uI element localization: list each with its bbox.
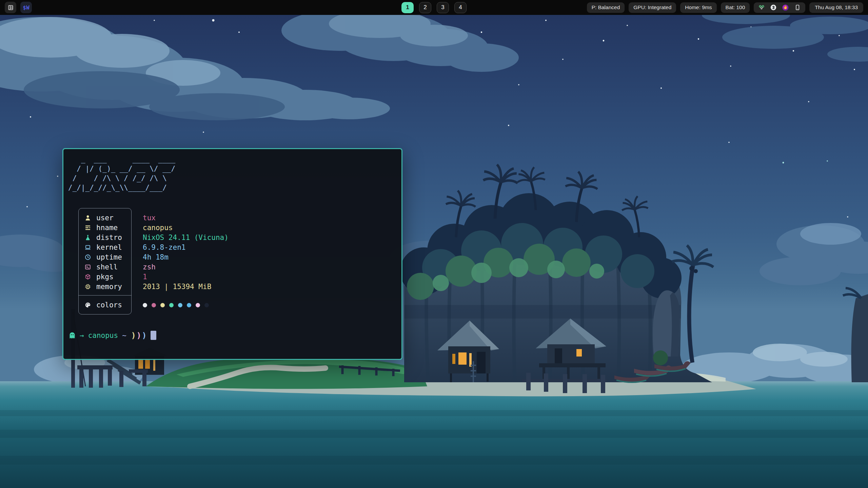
fetch-info: user tux hname canopus distro NixOS 24.1… (78, 208, 316, 314)
fetch-label-frame (78, 208, 132, 314)
color-dot (204, 303, 209, 307)
color-dot (160, 303, 165, 307)
fetch-value-memory: 2013 | 15394 MiB (143, 283, 211, 291)
color-dot (196, 303, 200, 307)
color-dot (187, 303, 191, 307)
scissors-icon[interactable] (758, 4, 765, 11)
prompt-host: canopus (88, 331, 118, 340)
prompt-path: ~ (122, 331, 126, 340)
shell-prompt[interactable]: → canopus ~ ) ) ) (68, 331, 401, 340)
power-profile-module[interactable]: P: Balanced (587, 2, 625, 13)
workspace-button-2[interactable]: 2 (419, 2, 431, 13)
clock-module[interactable]: Thu Aug 08, 18:33 (809, 2, 863, 13)
workspace-switcher: 1 2 3 4 (401, 0, 467, 15)
bar-right: P: Balanced GPU: Integrated Home: 9ms Ba… (587, 0, 863, 15)
workspace-button-4[interactable]: 4 (454, 2, 467, 13)
color-dot (178, 303, 182, 307)
color-dot (143, 303, 147, 307)
prompt-chevron-3: ) (142, 331, 147, 340)
prompt-chevron-1: ) (131, 331, 136, 340)
fetch-value-pkgs: 1 (143, 273, 147, 281)
prompt-chevron-2: ) (137, 331, 141, 340)
flame-icon[interactable] (782, 4, 789, 11)
phone-icon[interactable] (794, 4, 801, 11)
gpu-module[interactable]: GPU: Integrated (629, 2, 676, 13)
apps-grid-icon (7, 4, 14, 11)
ping-module[interactable]: Home: 9ms (680, 2, 716, 13)
workspace-button-3[interactable]: 3 (437, 2, 449, 13)
ghost-icon (68, 331, 76, 340)
apps-grid-button[interactable] (5, 2, 16, 13)
fetch-value-uptime: 4h 18m (143, 253, 169, 261)
fetch-value-hname: canopus (143, 224, 173, 232)
system-tray (754, 2, 805, 13)
bar-left: $W (5, 2, 32, 13)
fetch-value-shell: zsh (143, 263, 156, 271)
ascii-logo: _ ___ ____ ____ / |/ (_)_ __/ __ \/ __/ … (68, 155, 401, 192)
color-dot (152, 303, 156, 307)
fetch-value-user: tux (143, 214, 156, 222)
color-dot (169, 303, 174, 307)
prompt-arrow: → (80, 331, 84, 340)
window-manager-logo-text: $W (23, 4, 29, 11)
battery-module[interactable]: Bat: 100 (721, 2, 750, 13)
workspace-button-1[interactable]: 1 (401, 2, 414, 13)
bluetooth-icon[interactable] (770, 4, 777, 11)
fetch-value-distro: NixOS 24.11 (Vicuna) (143, 233, 229, 242)
top-bar: $W 1 2 3 4 P: Balanced GPU: Integrated H… (0, 0, 868, 15)
terminal-color-dots (143, 303, 209, 307)
fetch-value-kernel: 6.9.8-zen1 (143, 243, 185, 251)
window-manager-logo-button[interactable]: $W (20, 2, 32, 13)
terminal-window[interactable]: _ ___ ____ ____ / |/ (_)_ __/ __ \/ __/ … (62, 148, 402, 360)
terminal-cursor (151, 331, 156, 340)
fetch-divider (78, 295, 132, 296)
